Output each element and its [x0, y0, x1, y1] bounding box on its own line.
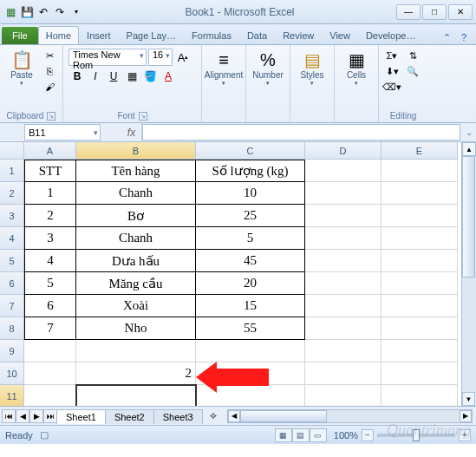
- active-cell-b11[interactable]: [76, 385, 196, 406]
- save-icon[interactable]: 💾: [20, 5, 34, 19]
- cell[interactable]: Dưa hấu: [76, 250, 196, 272]
- col-header-b[interactable]: B: [76, 142, 196, 160]
- autosum-icon[interactable]: Σ▾: [384, 49, 400, 62]
- cell[interactable]: [381, 295, 458, 317]
- row-header[interactable]: 9: [0, 340, 24, 362]
- font-size-combo[interactable]: 16: [148, 49, 173, 66]
- cell[interactable]: [305, 160, 381, 182]
- cell[interactable]: 55: [196, 317, 305, 340]
- minimize-button[interactable]: —: [396, 4, 421, 20]
- cell[interactable]: [305, 317, 381, 340]
- cell[interactable]: STT: [24, 160, 76, 182]
- cell[interactable]: Chanh: [76, 182, 196, 205]
- cell[interactable]: [305, 295, 381, 317]
- italic-button[interactable]: I: [87, 68, 104, 85]
- scroll-right-icon[interactable]: ▶: [460, 410, 472, 422]
- help-icon[interactable]: ?: [457, 30, 471, 44]
- cell[interactable]: [381, 160, 458, 182]
- undo-icon[interactable]: ↶: [36, 5, 50, 19]
- cell[interactable]: Số lượng (kg): [196, 160, 305, 182]
- col-header-a[interactable]: A: [24, 142, 76, 160]
- zoom-slider[interactable]: [377, 434, 455, 437]
- row-header[interactable]: 11: [0, 385, 24, 406]
- scroll-up-icon[interactable]: ▲: [462, 142, 476, 156]
- cell[interactable]: [381, 385, 458, 406]
- cell[interactable]: [305, 205, 381, 227]
- scroll-left-icon[interactable]: ◀: [228, 410, 240, 422]
- file-tab[interactable]: File: [2, 27, 38, 44]
- view-page-layout-icon[interactable]: ▤: [292, 428, 310, 442]
- cell[interactable]: [305, 362, 381, 385]
- sheet-nav-prev-icon[interactable]: ◀: [16, 409, 29, 423]
- cell[interactable]: [381, 272, 458, 295]
- cell[interactable]: [305, 227, 381, 250]
- cell[interactable]: [381, 362, 458, 385]
- format-painter-icon[interactable]: 🖌: [42, 80, 57, 94]
- clipboard-dialog-icon[interactable]: ↘: [47, 112, 55, 121]
- underline-button[interactable]: U: [105, 68, 122, 85]
- cell[interactable]: [381, 340, 458, 362]
- cell[interactable]: [381, 317, 458, 340]
- expand-formula-bar-icon[interactable]: ⌄: [462, 123, 476, 141]
- cell[interactable]: [76, 340, 196, 362]
- cell[interactable]: [381, 182, 458, 205]
- cell[interactable]: 15: [196, 295, 305, 317]
- scrollbar-thumb[interactable]: [462, 156, 475, 277]
- cell[interactable]: Tên hàng: [76, 160, 196, 182]
- sort-filter-icon[interactable]: ⇅: [403, 49, 422, 62]
- cell[interactable]: Măng cầu: [76, 272, 196, 295]
- font-dialog-icon[interactable]: ↘: [139, 112, 147, 121]
- sheet-nav-first-icon[interactable]: ⏮: [2, 409, 16, 423]
- tab-developer[interactable]: Develope…: [358, 26, 423, 44]
- cell[interactable]: [305, 250, 381, 272]
- cell[interactable]: 10: [196, 182, 305, 205]
- fill-icon[interactable]: ⬇▾: [384, 64, 400, 78]
- zoom-in-icon[interactable]: +: [459, 429, 471, 441]
- view-page-break-icon[interactable]: ▭: [310, 428, 327, 442]
- cells-button[interactable]: ▦ Cells ▾: [340, 49, 373, 87]
- tab-data[interactable]: Data: [239, 26, 275, 44]
- cell[interactable]: [305, 385, 381, 406]
- cell[interactable]: [196, 385, 305, 406]
- paste-button[interactable]: 📋 Paste ▾: [5, 49, 38, 87]
- cell[interactable]: [305, 340, 381, 362]
- cell[interactable]: 3: [24, 227, 76, 250]
- cell[interactable]: [381, 250, 458, 272]
- row-header[interactable]: 10: [0, 362, 24, 385]
- sheet-tab-3[interactable]: Sheet3: [153, 409, 203, 424]
- horizontal-scrollbar[interactable]: ◀ ▶: [227, 409, 473, 423]
- cell[interactable]: 6: [24, 295, 76, 317]
- minimize-ribbon-icon[interactable]: ⌃: [440, 30, 453, 44]
- font-name-combo[interactable]: Times New Rom: [68, 49, 147, 66]
- close-button[interactable]: ✕: [448, 4, 473, 20]
- cell[interactable]: 7: [24, 317, 76, 340]
- cell[interactable]: [24, 385, 76, 406]
- select-all-corner[interactable]: [0, 142, 24, 160]
- hscroll-thumb[interactable]: [240, 410, 327, 422]
- row-header[interactable]: 5: [0, 250, 24, 272]
- cell[interactable]: 4: [24, 250, 76, 272]
- cell[interactable]: [381, 227, 458, 250]
- fx-icon[interactable]: fx: [121, 123, 142, 141]
- cell[interactable]: [381, 205, 458, 227]
- cell[interactable]: Xoài: [76, 295, 196, 317]
- clear-icon[interactable]: ⌫▾: [384, 80, 400, 94]
- row-header[interactable]: 3: [0, 205, 24, 227]
- cell[interactable]: 25: [196, 205, 305, 227]
- cell[interactable]: Nho: [76, 317, 196, 340]
- fill-color-icon[interactable]: 🪣: [141, 68, 159, 85]
- maximize-button[interactable]: □: [422, 4, 447, 20]
- formula-bar[interactable]: [142, 124, 460, 140]
- col-header-d[interactable]: D: [305, 142, 381, 160]
- cell[interactable]: [24, 362, 76, 385]
- sheet-tab-2[interactable]: Sheet2: [105, 409, 154, 424]
- cell[interactable]: 5: [196, 227, 305, 250]
- cell[interactable]: [196, 340, 305, 362]
- copy-icon[interactable]: ⎘: [42, 64, 57, 78]
- name-box[interactable]: B11: [24, 124, 101, 140]
- view-normal-icon[interactable]: ▦: [275, 428, 292, 442]
- vertical-scrollbar[interactable]: ▲ ▼: [461, 142, 476, 406]
- cell[interactable]: [305, 272, 381, 295]
- row-header[interactable]: 1: [0, 160, 24, 182]
- cell-b10[interactable]: 2: [76, 362, 196, 385]
